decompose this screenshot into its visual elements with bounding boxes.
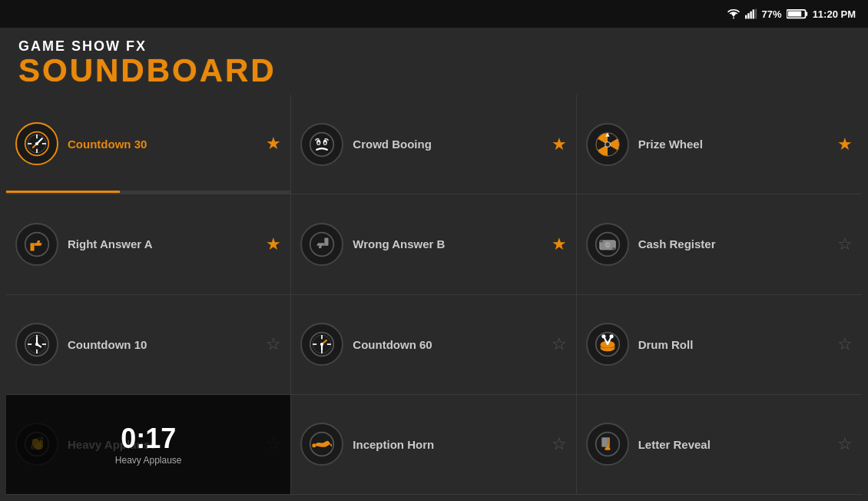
rightanswer-icon [15, 223, 58, 266]
countdown30-label: Countdown 30 [68, 138, 261, 151]
countdown60-label: Countdown 60 [353, 338, 546, 351]
sound-item-cashregister[interactable]: $ Cash Register ☆ [577, 194, 862, 294]
wronganswer-star[interactable]: ★ [552, 234, 567, 254]
svg-rect-4 [754, 9, 756, 19]
svg-point-61 [609, 334, 613, 338]
app-header: GAME SHOW FX SOUNDBOARD [0, 28, 868, 95]
battery-icon [787, 8, 808, 19]
countdown30-star[interactable]: ★ [266, 134, 281, 154]
countdown60-star[interactable]: ☆ [552, 334, 567, 354]
svg-rect-26 [31, 243, 35, 250]
cashregister-label: Cash Register [638, 237, 833, 250]
svg-point-65 [313, 444, 316, 448]
timer-label: Heavy Applause [115, 455, 182, 466]
letterreveal-star[interactable]: ☆ [837, 434, 853, 454]
countdown60-icon [300, 323, 343, 366]
letterreveal-icon [586, 423, 629, 466]
svg-rect-1 [747, 13, 749, 18]
svg-rect-6 [805, 12, 807, 15]
sound-item-countdown30[interactable]: Countdown 30 ★ [6, 95, 291, 194]
countdown10-icon [15, 323, 58, 366]
wronganswer-label: Wrong Answer B [353, 237, 546, 250]
svg-rect-28 [325, 237, 329, 245]
prizewheel-icon [586, 123, 629, 166]
drumroll-icon [586, 323, 629, 366]
svg-point-53 [320, 343, 323, 346]
svg-point-21 [324, 141, 326, 144]
svg-rect-69 [605, 448, 610, 450]
sound-item-heavyapplause[interactable]: 0:17 Heavy Applause 👏 Heavy Applause ☆ [6, 395, 291, 495]
status-bar: 77% 11:20 PM [0, 0, 868, 28]
sound-item-countdown10[interactable]: Countdown 10 ☆ [6, 295, 291, 395]
wronganswer-icon [300, 223, 343, 266]
inceptionhorn-star[interactable]: ☆ [552, 434, 567, 454]
timer-overlay: 0:17 Heavy Applause [6, 395, 290, 494]
rightanswer-label: Right Answer A [68, 237, 261, 250]
svg-point-23 [605, 141, 610, 147]
svg-rect-0 [745, 15, 747, 19]
crowdbooing-icon [300, 123, 343, 166]
svg-rect-68 [601, 438, 608, 447]
prizewheel-label: Prize Wheel [638, 138, 833, 151]
cashregister-icon: $ [586, 223, 629, 266]
countdown30-progress-fill [6, 191, 120, 193]
drumroll-label: Drum Roll [638, 338, 833, 351]
svg-rect-2 [750, 12, 751, 19]
battery-percent: 77% [762, 8, 782, 20]
signal-icon [745, 8, 757, 19]
sound-item-rightanswer[interactable]: Right Answer A ★ [6, 194, 291, 294]
inceptionhorn-icon [300, 423, 343, 466]
sound-item-inceptionhorn[interactable]: Inception Horn ☆ [291, 395, 576, 495]
rightanswer-star[interactable]: ★ [266, 234, 281, 254]
sound-item-drumroll[interactable]: Drum Roll ☆ [577, 295, 862, 395]
countdown30-progress [6, 191, 290, 193]
sound-item-wronganswer[interactable]: Wrong Answer B ★ [291, 194, 576, 294]
prizewheel-star[interactable]: ★ [837, 134, 853, 154]
drumroll-star[interactable]: ☆ [837, 334, 853, 354]
svg-point-16 [35, 142, 38, 145]
svg-point-60 [601, 334, 605, 338]
letterreveal-label: Letter Reveal [638, 438, 833, 451]
svg-rect-34 [612, 247, 615, 250]
crowdbooing-label: Crowd Booing [353, 138, 546, 151]
sound-item-letterreveal[interactable]: Letter Reveal ☆ [577, 395, 862, 495]
crowdbooing-star[interactable]: ★ [552, 134, 567, 154]
svg-point-44 [35, 343, 38, 346]
status-icons: 77% 11:20 PM [727, 8, 856, 20]
inceptionhorn-label: Inception Horn [353, 438, 546, 451]
svg-rect-3 [752, 9, 754, 18]
svg-point-20 [318, 141, 320, 144]
svg-rect-7 [787, 12, 801, 17]
sound-grid: Countdown 30 ★ Crowd Booing [0, 95, 868, 501]
wifi-icon [727, 8, 740, 19]
sound-item-prizewheel[interactable]: Prize Wheel ★ [577, 95, 862, 194]
app-title: SOUNDBOARD [18, 55, 850, 87]
sound-item-countdown60[interactable]: Countdown 60 ☆ [291, 295, 576, 395]
cashregister-star[interactable]: ☆ [837, 234, 853, 254]
app-content: GAME SHOW FX SOUNDBOARD Countdown 30 [0, 28, 868, 501]
countdown10-star[interactable]: ☆ [266, 334, 281, 354]
countdown10-label: Countdown 10 [68, 338, 261, 351]
timer-value: 0:17 [121, 423, 176, 455]
time-display: 11:20 PM [813, 8, 856, 20]
countdown30-icon [15, 122, 58, 165]
svg-rect-33 [599, 241, 602, 243]
sound-item-crowdbooing[interactable]: Crowd Booing ★ [291, 95, 576, 194]
svg-point-17 [310, 132, 334, 156]
